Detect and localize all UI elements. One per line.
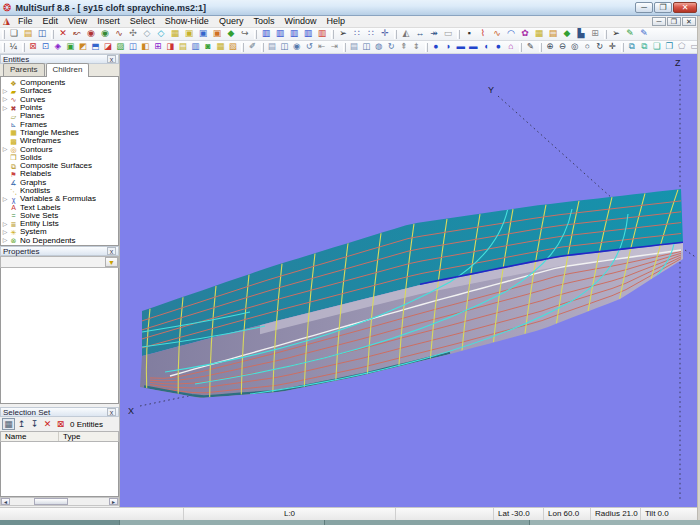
hull-3d-render[interactable]: Y Z X — [120, 54, 697, 507]
diamond-green-icon[interactable]: ◆ — [224, 28, 238, 40]
view-window-2-icon[interactable]: ▥ — [273, 28, 287, 40]
rotate-view-icon[interactable]: ↻ — [594, 41, 607, 53]
layer-dup-icon[interactable]: ❐ — [663, 41, 676, 53]
pan-view-icon[interactable]: ✛ — [606, 41, 619, 53]
grid-view-icon[interactable]: ▦ — [2, 418, 15, 430]
diamond-cyan-icon[interactable]: ◇ — [154, 28, 168, 40]
pen-blue-icon[interactable]: ✎ — [637, 28, 651, 40]
stamp-arc-icon[interactable]: ◪ — [102, 41, 115, 53]
mesh-yellow-icon[interactable]: ▦ — [168, 28, 182, 40]
stamp-bcurve-icon[interactable]: ▨ — [114, 41, 127, 53]
vis-back-icon[interactable]: ⇤ — [316, 41, 329, 53]
layer-copy-icon[interactable]: ⧉ — [626, 41, 639, 53]
drag-curve-icon[interactable]: ↜ — [70, 28, 84, 40]
select-all-icon[interactable]: ✛ — [378, 28, 392, 40]
expand-arrow-icon[interactable]: ▷ — [1, 105, 9, 112]
entities-close-icon[interactable]: x — [107, 55, 116, 63]
zoom-in-icon[interactable]: ⊕ — [544, 41, 557, 53]
entity-arc-icon[interactable]: ◠ — [504, 28, 518, 40]
entity-snake-icon[interactable]: ⌇ — [476, 28, 490, 40]
menu-view[interactable]: View — [63, 16, 92, 27]
expand-arrow-icon[interactable]: ▷ — [1, 88, 9, 95]
stamp-surf-icon[interactable]: ⊞ — [152, 41, 165, 53]
show-eye-icon[interactable]: ◉ — [84, 28, 98, 40]
tree-item-graphs[interactable]: ∡Graphs — [1, 179, 118, 187]
square-yellow-icon[interactable]: ▣ — [182, 28, 196, 40]
stamp-grid-icon[interactable]: ▦ — [214, 41, 227, 53]
layer-copy-green-icon[interactable]: ⧉ — [638, 41, 651, 53]
entity-curve-icon[interactable]: ∿ — [490, 28, 504, 40]
view-half-left-icon[interactable]: ◖ — [480, 41, 493, 53]
view-disc-icon[interactable]: ● — [492, 41, 505, 53]
view-sphere-icon[interactable]: ● — [430, 41, 443, 53]
tree-item-planes[interactable]: ▱Planes — [1, 112, 118, 120]
vis2-lamp-icon[interactable]: ◍ — [373, 41, 386, 53]
mdi-restore-button[interactable]: ❐ — [667, 17, 681, 26]
tree-item-contours[interactable]: ▷◎Contours — [1, 145, 118, 153]
remove-all-icon[interactable]: ⊠ — [54, 418, 67, 430]
expand-arrow-icon[interactable]: ▷ — [1, 146, 9, 153]
menu-tools[interactable]: Tools — [248, 16, 279, 27]
vis2-save-icon[interactable]: ▤ — [348, 41, 361, 53]
tree-item-solve-sets[interactable]: =Solve Sets — [1, 212, 118, 220]
remove-selected-icon[interactable]: ✕ — [41, 418, 54, 430]
vis-fwd-icon[interactable]: ⇥ — [328, 41, 341, 53]
move-up-icon[interactable]: ↥ — [15, 418, 28, 430]
select-grid-1-icon[interactable]: ∷ — [350, 28, 364, 40]
pen-green-icon[interactable]: ✎ — [623, 28, 637, 40]
pen-tool-icon[interactable]: ✐ — [246, 41, 259, 53]
entity-patch-icon[interactable]: ▤ — [546, 28, 560, 40]
diamond-gray-icon[interactable]: ◇ — [140, 28, 154, 40]
menu-insert[interactable]: Insert — [92, 16, 125, 27]
stamp-snake-icon[interactable]: ◧ — [139, 41, 152, 53]
snap-flower-icon[interactable]: ✣ — [126, 28, 140, 40]
zoom-extents-icon[interactable]: ○ — [581, 41, 594, 53]
menu-show-hide[interactable]: Show-Hide — [160, 16, 214, 27]
expand-arrow-icon[interactable]: ▷ — [1, 221, 9, 228]
entity-flower-icon[interactable]: ✿ — [518, 28, 532, 40]
view-window-red-icon[interactable]: ▥ — [315, 28, 329, 40]
viewport-3d[interactable]: Y Z X — [120, 54, 697, 507]
tab-parents[interactable]: Parents — [3, 63, 45, 76]
tree-item-curves[interactable]: ▷∿Curves — [1, 96, 118, 104]
properties-body[interactable] — [0, 268, 119, 404]
vis-refresh-icon[interactable]: ↺ — [303, 41, 316, 53]
vis2-refresh-icon[interactable]: ↻ — [385, 41, 398, 53]
menu-select[interactable]: Select — [125, 16, 160, 27]
delete-entity-icon[interactable]: ✕ — [56, 28, 70, 40]
tree-item-relabels[interactable]: ⚑Relabels — [1, 170, 118, 178]
entity-mesh-icon[interactable]: ▦ — [532, 28, 546, 40]
open-file-icon[interactable]: ▤ — [21, 28, 35, 40]
stamp-rsurf-icon[interactable]: ◨ — [164, 41, 177, 53]
vis-toggle-icon[interactable]: ◫ — [278, 41, 291, 53]
stamp-point-icon[interactable]: ⊠ — [27, 41, 40, 53]
scroll-right-icon[interactable]: ► — [109, 498, 118, 505]
view-home-icon[interactable]: ⌂ — [505, 41, 518, 53]
move-down-icon[interactable]: ↧ — [28, 418, 41, 430]
stamp-solid-icon[interactable]: ▧ — [227, 41, 240, 53]
vis-save-icon[interactable]: ▤ — [266, 41, 279, 53]
hide-eye-icon[interactable]: ◉ — [98, 28, 112, 40]
layer-poly-icon[interactable]: ⬠ — [676, 41, 689, 53]
menu-edit[interactable]: Edit — [37, 16, 63, 27]
layer-new-icon[interactable]: ❏ — [651, 41, 664, 53]
column-header-type[interactable]: Type — [59, 432, 80, 441]
stamp-mesh-icon[interactable]: ▤ — [177, 41, 190, 53]
title-bar[interactable]: ❂ MultiSurf 8.8 - [ sy15 cloft spraychin… — [0, 0, 700, 16]
scroll-left-icon[interactable]: ◄ — [1, 498, 10, 505]
expand-arrow-icon[interactable]: ▷ — [1, 96, 9, 103]
curve-tool-icon[interactable]: ∿ — [112, 28, 126, 40]
measure-width-icon[interactable]: ↔ — [413, 28, 427, 40]
selection-set-list[interactable] — [0, 442, 119, 497]
minimize-button[interactable]: ─ — [635, 2, 653, 13]
menu-window[interactable]: Window — [279, 16, 321, 27]
tab-children[interactable]: Children — [46, 63, 90, 77]
tree-item-surfaces[interactable]: ▷▰Surfaces — [1, 87, 118, 95]
menu-query[interactable]: Query — [214, 16, 249, 27]
stamp-knot-icon[interactable]: ◙ — [202, 41, 215, 53]
sketch-pen-icon[interactable]: ✎ — [524, 41, 537, 53]
entity-grid-icon[interactable]: ⊞ — [588, 28, 602, 40]
selection-set-close-icon[interactable]: x — [107, 408, 116, 416]
select-grid-2-icon[interactable]: ∷ — [364, 28, 378, 40]
vis-lamp-icon[interactable]: ◉ — [291, 41, 304, 53]
